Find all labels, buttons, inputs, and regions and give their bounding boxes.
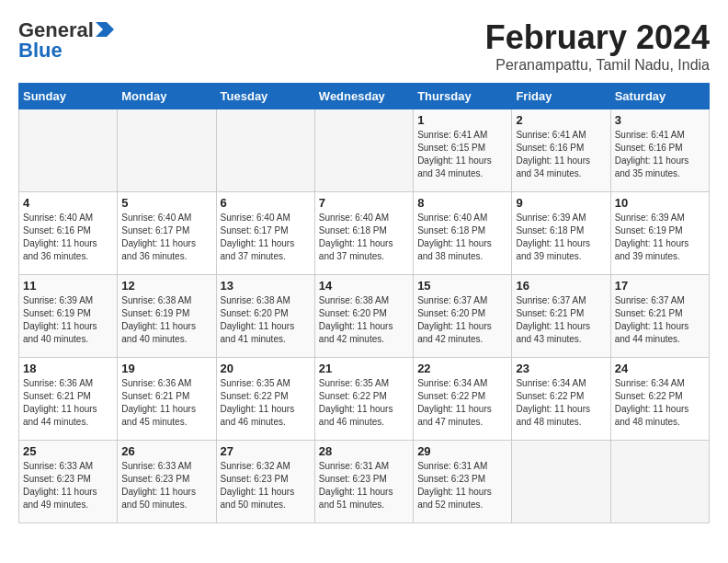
- calendar-cell: 13Sunrise: 6:38 AM Sunset: 6:20 PM Dayli…: [216, 275, 314, 358]
- day-info: Sunrise: 6:33 AM Sunset: 6:23 PM Dayligh…: [121, 460, 211, 511]
- calendar-cell: 4Sunrise: 6:40 AM Sunset: 6:16 PM Daylig…: [19, 192, 118, 275]
- calendar-cell: 15Sunrise: 6:37 AM Sunset: 6:20 PM Dayli…: [414, 275, 512, 358]
- calendar-cell: 19Sunrise: 6:36 AM Sunset: 6:21 PM Dayli…: [118, 358, 216, 441]
- calendar-week-4: 18Sunrise: 6:36 AM Sunset: 6:21 PM Dayli…: [19, 358, 710, 441]
- calendar-cell: [610, 441, 709, 523]
- day-info: Sunrise: 6:36 AM Sunset: 6:21 PM Dayligh…: [23, 377, 113, 429]
- calendar-cell: 12Sunrise: 6:38 AM Sunset: 6:19 PM Dayli…: [118, 275, 216, 358]
- calendar-cell: [19, 109, 118, 192]
- day-number: 29: [417, 444, 507, 458]
- calendar-cell: 22Sunrise: 6:34 AM Sunset: 6:22 PM Dayli…: [414, 358, 512, 441]
- day-info: Sunrise: 6:36 AM Sunset: 6:21 PM Dayligh…: [121, 377, 211, 429]
- day-number: 25: [23, 444, 113, 458]
- day-number: 18: [23, 362, 113, 375]
- calendar-cell: 24Sunrise: 6:34 AM Sunset: 6:22 PM Dayli…: [610, 358, 709, 441]
- day-number: 6: [221, 196, 311, 210]
- day-number: 9: [516, 196, 606, 210]
- calendar-cell: 25Sunrise: 6:33 AM Sunset: 6:23 PM Dayli…: [19, 441, 118, 523]
- day-info: Sunrise: 6:38 AM Sunset: 6:20 PM Dayligh…: [221, 294, 311, 346]
- calendar-week-1: 1Sunrise: 6:41 AM Sunset: 6:15 PM Daylig…: [19, 109, 710, 192]
- day-number: 13: [221, 279, 311, 293]
- day-info: Sunrise: 6:39 AM Sunset: 6:19 PM Dayligh…: [615, 212, 705, 263]
- day-number: 27: [221, 444, 311, 458]
- calendar-cell: 21Sunrise: 6:35 AM Sunset: 6:22 PM Dayli…: [314, 358, 413, 441]
- calendar-cell: 18Sunrise: 6:36 AM Sunset: 6:21 PM Dayli…: [19, 358, 118, 441]
- header-day-saturday: Saturday: [610, 84, 709, 109]
- day-info: Sunrise: 6:37 AM Sunset: 6:20 PM Dayligh…: [417, 294, 507, 346]
- page-subtitle: Peranampattu, Tamil Nadu, India: [485, 57, 710, 74]
- day-info: Sunrise: 6:32 AM Sunset: 6:23 PM Dayligh…: [221, 460, 311, 511]
- calendar-cell: [512, 441, 610, 523]
- page-header: General Blue February 2024 Peranampattu,…: [18, 18, 710, 74]
- calendar-cell: 3Sunrise: 6:41 AM Sunset: 6:16 PM Daylig…: [610, 109, 709, 192]
- day-info: Sunrise: 6:39 AM Sunset: 6:19 PM Dayligh…: [23, 294, 113, 346]
- day-info: Sunrise: 6:41 AM Sunset: 6:15 PM Dayligh…: [417, 129, 507, 180]
- calendar-cell: 28Sunrise: 6:31 AM Sunset: 6:23 PM Dayli…: [314, 441, 413, 523]
- calendar-week-2: 4Sunrise: 6:40 AM Sunset: 6:16 PM Daylig…: [19, 192, 710, 275]
- day-info: Sunrise: 6:34 AM Sunset: 6:22 PM Dayligh…: [615, 377, 705, 429]
- calendar-table: SundayMondayTuesdayWednesdayThursdayFrid…: [18, 83, 710, 523]
- logo: General Blue: [18, 18, 114, 63]
- calendar-cell: 29Sunrise: 6:31 AM Sunset: 6:23 PM Dayli…: [414, 441, 512, 523]
- day-number: 2: [516, 113, 606, 127]
- day-number: 15: [417, 279, 507, 293]
- day-info: Sunrise: 6:40 AM Sunset: 6:18 PM Dayligh…: [417, 212, 507, 263]
- title-block: February 2024 Peranampattu, Tamil Nadu, …: [485, 18, 710, 74]
- day-info: Sunrise: 6:38 AM Sunset: 6:19 PM Dayligh…: [121, 294, 211, 346]
- day-info: Sunrise: 6:37 AM Sunset: 6:21 PM Dayligh…: [615, 294, 705, 346]
- day-info: Sunrise: 6:40 AM Sunset: 6:18 PM Dayligh…: [319, 212, 409, 263]
- day-info: Sunrise: 6:38 AM Sunset: 6:20 PM Dayligh…: [319, 294, 409, 346]
- day-info: Sunrise: 6:39 AM Sunset: 6:18 PM Dayligh…: [516, 212, 606, 263]
- day-info: Sunrise: 6:35 AM Sunset: 6:22 PM Dayligh…: [221, 377, 311, 429]
- day-number: 8: [417, 196, 507, 210]
- day-number: 1: [417, 113, 507, 127]
- day-info: Sunrise: 6:33 AM Sunset: 6:23 PM Dayligh…: [23, 460, 113, 511]
- day-number: 26: [121, 444, 211, 458]
- calendar-cell: 2Sunrise: 6:41 AM Sunset: 6:16 PM Daylig…: [512, 109, 610, 192]
- day-info: Sunrise: 6:40 AM Sunset: 6:17 PM Dayligh…: [121, 212, 211, 263]
- day-number: 14: [319, 279, 409, 293]
- calendar-cell: 5Sunrise: 6:40 AM Sunset: 6:17 PM Daylig…: [118, 192, 216, 275]
- day-number: 10: [615, 196, 705, 210]
- day-number: 22: [417, 362, 507, 375]
- day-number: 16: [516, 279, 606, 293]
- calendar-cell: 27Sunrise: 6:32 AM Sunset: 6:23 PM Dayli…: [216, 441, 314, 523]
- calendar-cell: 7Sunrise: 6:40 AM Sunset: 6:18 PM Daylig…: [314, 192, 413, 275]
- header-day-sunday: Sunday: [19, 84, 118, 109]
- header-day-tuesday: Tuesday: [216, 84, 314, 109]
- day-info: Sunrise: 6:31 AM Sunset: 6:23 PM Dayligh…: [319, 460, 409, 511]
- calendar-cell: 17Sunrise: 6:37 AM Sunset: 6:21 PM Dayli…: [610, 275, 709, 358]
- day-info: Sunrise: 6:41 AM Sunset: 6:16 PM Dayligh…: [615, 129, 705, 180]
- logo-blue-text: Blue: [18, 39, 63, 63]
- day-number: 28: [319, 444, 409, 458]
- day-number: 4: [23, 196, 113, 210]
- day-number: 24: [615, 362, 705, 375]
- day-number: 5: [121, 196, 211, 210]
- calendar-cell: 26Sunrise: 6:33 AM Sunset: 6:23 PM Dayli…: [118, 441, 216, 523]
- day-number: 7: [319, 196, 409, 210]
- day-number: 11: [23, 279, 113, 293]
- day-number: 20: [221, 362, 311, 375]
- logo-arrow-icon: [96, 20, 114, 39]
- day-info: Sunrise: 6:35 AM Sunset: 6:22 PM Dayligh…: [319, 377, 409, 429]
- day-info: Sunrise: 6:41 AM Sunset: 6:16 PM Dayligh…: [516, 129, 606, 180]
- calendar-week-3: 11Sunrise: 6:39 AM Sunset: 6:19 PM Dayli…: [19, 275, 710, 358]
- calendar-cell: 11Sunrise: 6:39 AM Sunset: 6:19 PM Dayli…: [19, 275, 118, 358]
- page-title: February 2024: [485, 18, 710, 57]
- calendar-cell: 14Sunrise: 6:38 AM Sunset: 6:20 PM Dayli…: [314, 275, 413, 358]
- day-info: Sunrise: 6:34 AM Sunset: 6:22 PM Dayligh…: [417, 377, 507, 429]
- calendar-cell: 23Sunrise: 6:34 AM Sunset: 6:22 PM Dayli…: [512, 358, 610, 441]
- day-info: Sunrise: 6:40 AM Sunset: 6:16 PM Dayligh…: [23, 212, 113, 263]
- header-row: SundayMondayTuesdayWednesdayThursdayFrid…: [19, 84, 710, 109]
- day-number: 3: [615, 113, 705, 127]
- calendar-cell: [118, 109, 216, 192]
- header-day-thursday: Thursday: [414, 84, 512, 109]
- calendar-cell: [216, 109, 314, 192]
- day-number: 17: [615, 279, 705, 293]
- calendar-cell: 10Sunrise: 6:39 AM Sunset: 6:19 PM Dayli…: [610, 192, 709, 275]
- day-info: Sunrise: 6:31 AM Sunset: 6:23 PM Dayligh…: [417, 460, 507, 511]
- calendar-cell: 16Sunrise: 6:37 AM Sunset: 6:21 PM Dayli…: [512, 275, 610, 358]
- day-info: Sunrise: 6:37 AM Sunset: 6:21 PM Dayligh…: [516, 294, 606, 346]
- day-number: 21: [319, 362, 409, 375]
- calendar-cell: 9Sunrise: 6:39 AM Sunset: 6:18 PM Daylig…: [512, 192, 610, 275]
